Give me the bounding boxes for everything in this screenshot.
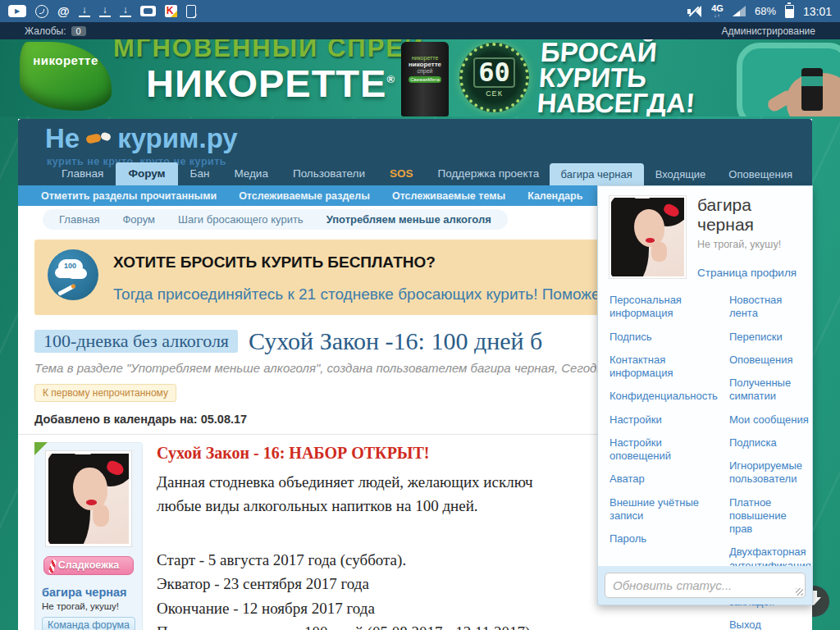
menu-item-contact-info[interactable]: Контактная информация <box>609 354 718 381</box>
download-icon: ↓ <box>120 6 131 17</box>
spray-bottle-image: никоретте никоретте спрей СвежаяМята <box>401 42 449 116</box>
nav-tab-forum[interactable]: Форум <box>116 162 177 185</box>
breadcrumb-section[interactable]: Шаги бросающего курить <box>178 213 304 226</box>
menu-item-personal-info[interactable]: Персональная информация <box>609 294 718 321</box>
download-icon: ↓ <box>99 6 111 17</box>
status-update-footer: Обновить статус... <box>598 566 812 605</box>
user-dropdown-menu: багира черная Не трогай, укушу! Страница… <box>597 185 813 605</box>
nav-tab-sos[interactable]: SOS <box>377 162 426 185</box>
site-logo[interactable]: Не курим.ру <box>45 123 238 154</box>
clock: 13:01 <box>803 5 832 18</box>
breadcrumb-home[interactable]: Главная <box>59 213 99 226</box>
hand-with-spray-image <box>737 43 840 116</box>
banner-brand: НИКОРЕТТЕ® <box>146 61 395 106</box>
hundred-days-icon: 100 <box>48 249 98 300</box>
banner-topline: МГНОВЕННЫЙ СПРЕЙ <box>113 39 424 63</box>
menu-item-ignored-users[interactable]: Игнорируемые пользователи <box>729 459 811 486</box>
author-avatar[interactable] <box>45 450 132 547</box>
nav-tab-media[interactable]: Медиа <box>221 162 281 185</box>
whatsapp-icon <box>35 5 48 18</box>
menu-item-avatar[interactable]: Аватар <box>609 472 718 486</box>
banner-slogan: БРОСАЙ КУРИТЬ НАВСЕГДА! <box>536 39 700 116</box>
signal-icon <box>733 6 746 16</box>
mute-icon <box>687 6 702 17</box>
tab-inbox[interactable]: Входящие <box>644 163 718 185</box>
candy-cane-icon <box>48 559 57 574</box>
nav-tab-users[interactable]: Пользователи <box>281 162 377 185</box>
breadcrumb-current: Употребляем меньше алкоголя <box>326 213 491 226</box>
post-author-status: Не трогай, укушу! <box>42 601 135 611</box>
nicorette-leaf-logo: никоретте <box>20 42 112 111</box>
phone-check-icon <box>186 5 196 18</box>
subnav-watched-threads[interactable]: Отслеживаемые темы <box>392 190 505 202</box>
complaints-label[interactable]: Жалобы: <box>25 25 66 37</box>
alert-icon <box>165 5 177 17</box>
forum-page: Не курим.ру курить не круто, круто не ку… <box>18 119 812 630</box>
profile-page-link[interactable]: Страница профиля <box>697 267 801 279</box>
nav-tab-ban[interactable]: Бан <box>178 162 222 185</box>
android-status-bar: ▶ @ ↓ ↓ ↓ 4G↓↑ 68% 13:01 <box>0 0 840 22</box>
nav-tab-home[interactable]: Главная <box>49 162 116 185</box>
subnav-calendar[interactable]: Календарь <box>527 190 582 202</box>
network-4g-icon: 4G↓↑ <box>711 4 724 18</box>
menu-item-logout[interactable]: Выход <box>729 619 811 630</box>
menu-item-paid-upgrade[interactable]: Платное повышение прав <box>729 496 811 536</box>
menu-username: багира черная <box>697 195 801 235</box>
online-indicator <box>34 442 48 455</box>
sixty-seconds-timer-badge: 60 СЕК <box>459 43 529 112</box>
post-author-panel: Сладкоежка багира черная Не трогай, укуш… <box>34 442 143 630</box>
sweet-tooth-badge: Сладкоежка <box>43 556 134 575</box>
notice-title: ХОТИТЕ БРОСИТЬ КУРИТЬ БЕСПЛАТНО? <box>113 253 615 272</box>
menu-item-alert-preferences[interactable]: Настройки оповещений <box>609 436 718 463</box>
nicorette-ad-banner[interactable]: никоретте МГНОВЕННЫЙ СПРЕЙ НИКОРЕТТЕ® ни… <box>0 39 840 116</box>
menu-item-password[interactable]: Пароль <box>609 532 718 546</box>
breadcrumb-forum[interactable]: Форум <box>122 213 155 226</box>
site-header: Не курим.ру курить не круто, круто не ку… <box>18 119 812 185</box>
menu-user-status: Не трогай, укушу! <box>697 239 801 250</box>
menu-item-signature[interactable]: Подпись <box>609 331 718 344</box>
tab-username[interactable]: багира черная <box>550 163 644 185</box>
nav-tab-support[interactable]: Поддержка проекта <box>426 162 552 185</box>
menu-item-likes-received[interactable]: Полученные симпатии <box>729 377 811 404</box>
complaints-count-badge: 0 <box>71 26 86 36</box>
tablet-screen: ▶ @ ↓ ↓ ↓ 4G↓↑ 68% 13:01 Жалобы: 0 Админ… <box>0 0 840 630</box>
menu-item-alerts[interactable]: Оповещения <box>729 354 811 367</box>
subnav-watched-forums[interactable]: Отслеживаемые разделы <box>239 190 370 202</box>
admin-bar: Жалобы: 0 Администрирование <box>0 22 840 39</box>
tab-alerts[interactable]: Оповещения <box>717 163 804 185</box>
status-update-input[interactable]: Обновить статус... <box>605 573 806 598</box>
menu-item-conversations[interactable]: Переписки <box>729 331 811 344</box>
menu-item-external-accounts[interactable]: Внешние учётные записи <box>609 496 718 523</box>
menu-item-preferences[interactable]: Настройки <box>609 413 718 427</box>
download-icon: ↓ <box>79 6 90 17</box>
sim-card-icon <box>140 6 156 16</box>
menu-item-my-posts[interactable]: Мои сообщения <box>729 413 811 427</box>
menu-avatar[interactable] <box>609 195 687 279</box>
youtube-icon: ▶ <box>8 5 26 17</box>
broken-cigarette-icon <box>86 133 111 144</box>
post-author-name[interactable]: багира черная <box>42 586 135 599</box>
forum-team-badge: Команда форума <box>42 617 135 630</box>
menu-item-news-feed[interactable]: Новостная лента <box>729 294 811 321</box>
battery-percent: 68% <box>755 5 776 17</box>
thread-category-badge[interactable]: 100-дневка без алкоголя <box>34 330 238 353</box>
email-icon: @ <box>57 5 70 17</box>
administration-link[interactable]: Администрирование <box>722 25 815 37</box>
notice-text: Тогда присоединяйтесь к 21 стодневке бро… <box>113 285 615 304</box>
thread-title: Сухой Закон -16: 100 дней б <box>249 327 542 355</box>
menu-item-subscription[interactable]: Подписка <box>729 436 811 450</box>
user-nav: багира черная Входящие Оповещения <box>550 163 804 185</box>
menu-item-privacy[interactable]: Конфиденциальность <box>609 390 718 403</box>
subnav-mark-read[interactable]: Отметить разделы прочитанными <box>41 190 217 202</box>
first-unread-button[interactable]: К первому непрочитанному <box>34 384 176 402</box>
battery-icon <box>785 5 794 18</box>
